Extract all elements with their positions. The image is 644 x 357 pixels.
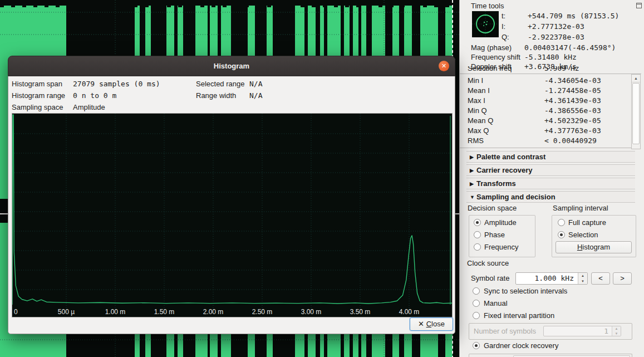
- spinner[interactable]: ▲▼: [578, 273, 587, 284]
- decision-space-label: Decision space: [468, 204, 517, 212]
- q-value: -2.922378e-03: [528, 33, 584, 41]
- clock-source-label: Clock source: [467, 259, 509, 267]
- table-row: Mean Q+4.502329e-05: [460, 116, 627, 126]
- radio-full-capture-label: Full capture: [568, 218, 606, 227]
- close-x-icon: ✕: [418, 320, 424, 328]
- mean-i-value: -1.274458e-05: [544, 86, 601, 95]
- x-tick: 2.00 m: [203, 308, 224, 316]
- histogram-button[interactable]: Histogram: [555, 241, 632, 253]
- i-value: +2.777132e-03: [528, 22, 584, 31]
- radio-frequency-label: Frequency: [484, 243, 518, 251]
- sampling-space-value: Amplitude: [73, 103, 105, 111]
- range-width-label: Range width: [196, 91, 236, 100]
- section-label: Carrier recovery: [476, 166, 532, 174]
- close-button[interactable]: ✕ Close: [410, 317, 453, 331]
- radio-phase[interactable]: [474, 231, 481, 238]
- radio-frequency[interactable]: [474, 243, 481, 251]
- x-tick: 1.00 m: [105, 308, 126, 316]
- section-label: Palette and contrast: [476, 153, 545, 161]
- number-of-symbols-value: 1: [604, 327, 608, 335]
- radio-phase-label: Phase: [484, 231, 505, 239]
- q-label: Q:: [502, 33, 509, 41]
- symbol-rate-prev-button[interactable]: <: [591, 272, 610, 285]
- rms-value: < 0.00440929: [544, 136, 597, 145]
- number-of-symbols-frame: Number of symbols 1 ▲▼: [469, 323, 632, 340]
- chevron-right-icon: ▶: [470, 152, 476, 163]
- radio-gardner-label: Gardner clock recovery: [484, 341, 558, 350]
- radio-fixed-interval-label: Fixed interval partition: [484, 311, 554, 320]
- selection-freq-value: 5.909 Hz: [544, 66, 579, 72]
- x-tick: 2.50 m: [252, 308, 273, 316]
- selected-range-label: Selected range: [196, 80, 244, 88]
- scrollbar-up-icon[interactable]: ▲: [632, 75, 640, 82]
- mean-i-label: Mean I: [468, 86, 490, 95]
- mag-phase-label: Mag (phase): [471, 43, 512, 52]
- list-divider: [460, 74, 641, 74]
- time-tools-panel: Time tools t: +544.709 ms (87153.5) I: +…: [459, 0, 644, 357]
- histogram-span-value: 27079 samples (0 ms): [73, 80, 160, 88]
- symbol-rate-next-button[interactable]: >: [613, 272, 632, 285]
- range-width-value: N/A: [249, 91, 262, 100]
- histogram-dialog: Histogram ✕ Histogram span 27079 samples…: [8, 56, 455, 334]
- histogram-range-value: 0 n to 0 m: [73, 91, 116, 100]
- symbol-rate-value[interactable]: 1.000 kHz: [535, 274, 574, 282]
- min-i-value: -4.346054e-03: [544, 76, 601, 85]
- section-sampling-and-decision[interactable]: ▼Sampling and decision: [466, 191, 635, 203]
- table-row: Min I-4.346054e-03: [460, 76, 627, 86]
- section-label: Sampling and decision: [476, 193, 555, 201]
- table-row: Min Q-4.386556e-03: [460, 106, 627, 116]
- section-carrier-recovery[interactable]: ▶Carrier recovery: [466, 164, 635, 176]
- radio-amplitude[interactable]: [474, 219, 481, 226]
- section-transforms[interactable]: ▶Transforms: [466, 178, 635, 189]
- number-of-symbols-spinbox: 1 ▲▼: [543, 326, 621, 336]
- radio-manual[interactable]: [473, 300, 480, 307]
- table-row: Mean I-1.274458e-05: [460, 86, 627, 96]
- symbol-rate-label: Symbol rate: [471, 274, 509, 282]
- iq-constellation-display: [472, 11, 499, 37]
- stats-scrollbar[interactable]: ▲: [631, 74, 641, 149]
- radio-gardner-clock-recovery[interactable]: [473, 342, 480, 349]
- spin-up-icon[interactable]: ▲: [578, 273, 587, 278]
- partial-frame: [469, 354, 632, 357]
- radio-full-capture[interactable]: [558, 219, 565, 226]
- table-row: Max I+4.361439e-03: [460, 96, 627, 106]
- x-tick: 1.50 m: [154, 308, 175, 316]
- scrollbar-thumb[interactable]: [632, 83, 640, 144]
- chevron-right-icon: ▶: [470, 179, 476, 189]
- mean-q-label: Mean Q: [468, 116, 493, 125]
- mag-phase-value: 0.00403147(-46.4598°): [524, 43, 616, 52]
- x-tick: 3.50 m: [350, 308, 371, 316]
- section-palette-and-contrast[interactable]: ▶Palette and contrast: [466, 151, 635, 163]
- spin-down-icon[interactable]: ▼: [578, 278, 587, 284]
- chevron-right-icon: ▶: [470, 165, 476, 176]
- x-tick: 4.00 m: [399, 308, 420, 316]
- sampling-space-label: Sampling space: [12, 103, 63, 111]
- x-tick: 500 µ: [58, 308, 75, 316]
- min-q-value: -4.386556e-03: [544, 106, 601, 115]
- dialog-titlebar[interactable]: Histogram ✕: [8, 56, 455, 76]
- selection-freq-row: Selection freq 5.909 Hz: [460, 66, 627, 74]
- frequency-shift-label: Frequency shift: [471, 53, 520, 61]
- max-q-value: +4.377763e-03: [544, 126, 601, 135]
- radio-selection-label: Selection: [568, 231, 598, 239]
- rms-label: RMS: [468, 136, 484, 145]
- table-row: Max Q+4.377763e-03: [460, 126, 627, 136]
- symbol-rate-spinbox[interactable]: 1.000 kHz ▲▼: [515, 272, 588, 285]
- radio-sync-to-selection-intervals[interactable]: [473, 287, 480, 295]
- dialog-title: Histogram: [8, 56, 455, 76]
- i-label: I:: [502, 22, 505, 31]
- close-icon[interactable]: ✕: [439, 61, 449, 71]
- radio-amplitude-label: Amplitude: [484, 218, 517, 227]
- max-i-label: Max I: [468, 96, 485, 105]
- dock-float-icon[interactable]: [636, 2, 642, 9]
- t-value: +544.709 ms (87153.5): [528, 12, 619, 20]
- radio-fixed-interval-partition[interactable]: [473, 312, 480, 319]
- x-tick: 3.00 m: [301, 308, 322, 316]
- radio-sync-label: Sync to selection intervals: [484, 287, 567, 295]
- histogram-plot[interactable]: 0 500 µ 1.00 m 1.50 m 2.00 m 2.50 m 3.00…: [12, 113, 453, 317]
- max-q-label: Max Q: [468, 126, 489, 135]
- app-window: Time tools t: +544.709 ms (87153.5) I: +…: [0, 0, 644, 357]
- spinner-disabled: ▲▼: [612, 326, 621, 336]
- list-divider: [460, 148, 631, 148]
- radio-selection[interactable]: [558, 231, 565, 238]
